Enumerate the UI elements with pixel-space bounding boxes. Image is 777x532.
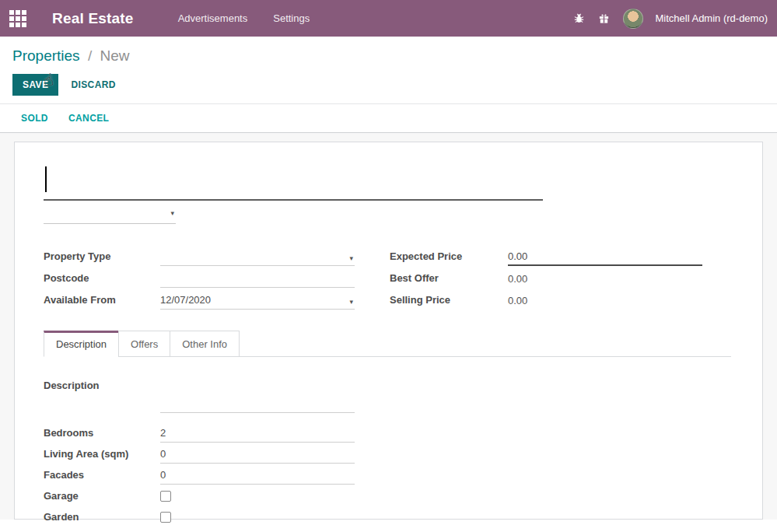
property-type-label: Property Type [44, 250, 160, 266]
postcode-label: Postcode [44, 272, 160, 288]
apps-grid-icon [9, 10, 26, 27]
living-area-value: 0 [160, 448, 166, 460]
selling-price-label: Selling Price [390, 294, 508, 310]
garage-label: Garage [44, 490, 160, 506]
facades-value: 0 [160, 469, 166, 481]
field-row: Bedrooms 2 [44, 422, 731, 443]
main-field-group: Property Type ▾ Postcode Available From [44, 244, 731, 310]
debug-bug-icon[interactable] [573, 12, 586, 25]
description-label: Description [44, 380, 160, 395]
garden-checkbox[interactable] [160, 512, 171, 523]
available-from-value: 12/07/2020 [160, 294, 211, 306]
selling-price-amount: 0.00 [508, 295, 527, 306]
chevron-down-icon: ▾ [349, 299, 355, 306]
breadcrumb-separator: / [88, 47, 92, 64]
breadcrumb-current: New [100, 47, 129, 64]
field-row: Postcode [44, 266, 390, 288]
user-menu[interactable]: Mitchell Admin (rd-demo) [656, 12, 768, 24]
facades-input[interactable]: 0 [160, 469, 355, 485]
selling-price-value: 0.00 [508, 295, 702, 310]
facades-label: Facades [44, 469, 160, 485]
best-offer-amount: 0.00 [508, 273, 527, 285]
field-row: Expected Price 0.00 [390, 244, 702, 266]
menu-item-settings[interactable]: Settings [273, 12, 310, 24]
field-row: Best Offer 0.00 [390, 266, 702, 288]
field-row: Garden [44, 506, 731, 527]
property-type-input[interactable]: ▾ [160, 255, 355, 266]
available-from-input[interactable]: 12/07/2020 ▾ [160, 294, 355, 310]
menu-item-advertisements[interactable]: Advertisements [178, 12, 248, 24]
living-area-input[interactable]: 0 [160, 448, 355, 464]
breadcrumb: Properties / New [12, 47, 765, 65]
tab-description[interactable]: Description [44, 331, 119, 357]
field-row: Garden Area (sqm) 0 [44, 527, 731, 532]
tab-offers[interactable]: Offers [118, 331, 170, 357]
right-column: Expected Price 0.00 Best Offer 0.00 Sell… [390, 244, 702, 310]
form-statusbar: SOLD CANCEL [0, 103, 777, 133]
expected-price-input[interactable]: 0.00 [508, 250, 702, 266]
app-title: Real Estate [52, 10, 134, 27]
apps-menu-button[interactable] [0, 0, 36, 37]
top-navbar: Real Estate Advertisements Settings [0, 0, 777, 37]
left-column: Property Type ▾ Postcode Available From [44, 244, 390, 310]
control-panel-buttons: SAVE DISCARD [12, 74, 765, 96]
living-area-label: Living Area (sqm) [44, 448, 160, 464]
field-row: Property Type ▾ [44, 244, 390, 266]
garden-label: Garden [44, 511, 160, 527]
tab-other-info[interactable]: Other Info [170, 331, 240, 357]
best-offer-value: 0.00 [508, 273, 702, 288]
user-avatar[interactable] [623, 9, 643, 29]
bedrooms-value: 2 [160, 427, 166, 439]
bedrooms-label: Bedrooms [44, 427, 160, 443]
discard-button[interactable]: DISCARD [71, 79, 115, 90]
description-input[interactable] [160, 380, 355, 413]
sold-button[interactable]: SOLD [21, 113, 48, 124]
control-panel: Properties / New SAVE DISCARD ☝ [0, 37, 777, 103]
available-from-label: Available From [44, 294, 160, 310]
garage-checkbox[interactable] [160, 491, 171, 502]
main-menu: Advertisements Settings [178, 12, 310, 24]
description-tab-page: Description Bedrooms 2 Living Area (sqm)… [44, 357, 731, 532]
chevron-down-icon: ▾ [170, 210, 176, 217]
bedrooms-input[interactable]: 2 [160, 427, 355, 443]
field-row: Selling Price 0.00 [390, 288, 702, 310]
field-row: Description [44, 380, 731, 413]
property-tags-selector[interactable]: ▾ [44, 204, 176, 224]
save-button[interactable]: SAVE [12, 74, 58, 96]
notebook-tabs: Description Offers Other Info [44, 331, 731, 357]
field-row: Facades 0 [44, 464, 731, 485]
form-sheet: ▾ Property Type ▾ Postcode [14, 142, 763, 520]
form-view-background: ▾ Property Type ▾ Postcode [0, 133, 777, 520]
field-row: Garage [44, 485, 731, 506]
gift-icon[interactable] [598, 12, 611, 25]
breadcrumb-properties-link[interactable]: Properties [12, 47, 80, 64]
field-row: Available From 12/07/2020 ▾ [44, 288, 390, 310]
field-row: Living Area (sqm) 0 [44, 443, 731, 464]
navbar-right: Mitchell Admin (rd-demo) [573, 9, 777, 29]
cancel-button[interactable]: CANCEL [68, 113, 109, 124]
text-cursor [45, 166, 47, 192]
best-offer-label: Best Offer [390, 272, 508, 288]
postcode-input[interactable] [160, 284, 355, 288]
expected-price-value: 0.00 [508, 250, 527, 262]
expected-price-label: Expected Price [390, 250, 508, 266]
property-name-input[interactable] [44, 163, 543, 201]
chevron-down-icon: ▾ [349, 255, 355, 262]
